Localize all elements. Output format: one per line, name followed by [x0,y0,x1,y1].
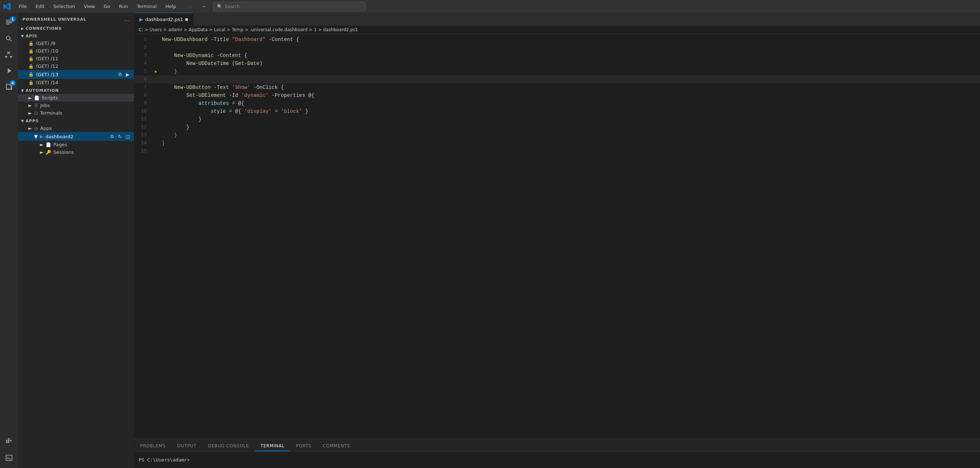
syntax-token: { [296,36,299,43]
vscode-logo [3,3,11,11]
run-button[interactable]: ▶ [124,71,131,78]
terminal-content[interactable]: PS C:\Users\adamr> [134,452,980,468]
lock-icon: 🔒 [28,80,34,85]
api-item-10[interactable]: 🔒 (GET) /10 [18,47,134,55]
nav-buttons: ← → [186,2,209,12]
apis-chevron: ▼ [21,34,24,38]
reload-button[interactable]: ↻ [116,133,123,140]
automation-header[interactable]: ▼ AUTOMATION [18,87,134,94]
main-area: 1 4 POWERSHELL UNIVERSAL ... [0,13,980,468]
chevron-right-icon: ► [28,110,32,116]
tab-output[interactable]: OUTPUT [171,441,202,451]
code-content: New-UDDynamic -Content { [159,52,980,59]
scripts-item[interactable]: ► 📄 Scripts [18,94,134,102]
terminal-small-icon: ⊡ [34,111,38,116]
activity-extensions[interactable]: 4 [2,79,16,94]
api-label: (GET) /12 [36,63,58,69]
syntax-token: = [229,100,238,106]
line-number: 6 [134,75,153,83]
tab-debug-console[interactable]: DEBUG CONSOLE [202,441,255,451]
tab-terminal[interactable]: TERMINAL [255,441,290,451]
lock-icon: 🔒 [28,72,34,77]
menu-file[interactable]: File [15,2,30,11]
api-item-14[interactable]: 🔒 (GET) /14 [18,79,134,86]
menu-run[interactable]: Run [115,2,132,11]
scripts-label: Scripts [42,95,58,100]
apps-apps-item[interactable]: ► ◎ Apps [18,124,134,132]
api-item-11[interactable]: 🔒 (GET) /11 [18,55,134,62]
menu-go[interactable]: Go [100,2,114,11]
tab-ports[interactable]: PORTS [290,441,317,451]
sidebar: POWERSHELL UNIVERSAL ... ▶ CONNECTIONS ▼… [18,13,134,468]
tab-comments[interactable]: COMMENTS [317,441,356,451]
code-line: 15 [134,147,980,155]
activity-terminal-bottom[interactable] [2,451,16,465]
code-line: 10 style = @{ 'display' = 'block' } [134,107,980,115]
activity-search[interactable] [2,32,16,46]
activity-explorer[interactable]: 1 [2,16,16,30]
line-number: 15 [134,147,153,155]
syntax-token: { [244,52,247,59]
chevron-right-icon: ► [28,125,32,131]
syntax-token: Set-UDElement [162,92,226,98]
chevron-right-icon: ► [40,149,43,155]
syntax-token: "Dashboard" [232,36,265,43]
syntax-token: } [162,68,177,75]
breakpoint-icon: ★ [154,67,157,75]
code-line: 7 New-UDButton -Text 'Show' -OnClick { [134,83,980,91]
syntax-token: -Title [208,36,232,43]
line-gutter: ★ [153,67,159,75]
jobs-item[interactable]: ► ☰ Jobs [18,102,134,109]
syntax-token: attributes [162,100,229,106]
sessions-item[interactable]: ► 🔑 Sessions [18,148,134,156]
copy-dashboard-button[interactable]: ⧉ [108,133,115,140]
dashboard2-item[interactable]: ▼ ▶ dashboard2 ⧉ ↻ ◫ [18,132,134,141]
search-bar[interactable]: 🔍 Search [213,2,366,11]
connections-header[interactable]: ▶ CONNECTIONS [18,25,134,32]
sessions-label: Sessions [53,149,74,155]
line-number: 13 [134,131,153,139]
tab-problems[interactable]: PROBLEMS [134,441,171,451]
tab-dashboard2[interactable]: ▶ dashboard2.ps1 [134,13,194,26]
forward-button[interactable]: → [199,2,209,12]
code-line: 13 } [134,131,980,139]
code-content: } [159,139,980,147]
activity-source-control[interactable] [2,48,16,62]
syntax-token: New-UDDateTime [162,60,229,67]
syntax-token: Get-Date [235,60,259,67]
menu-edit[interactable]: Edit [32,2,48,11]
terminals-label: Terminals [40,110,62,116]
menu-selection[interactable]: Selection [50,2,79,11]
menu-view[interactable]: View [80,2,99,11]
line-number: 11 [134,115,153,123]
code-content: New-UDDashboard -Title "Dashboard" -Cont… [159,36,980,44]
api-item-9[interactable]: 🔒 (GET) /9 [18,40,134,47]
layout-button[interactable]: ◫ [124,133,131,140]
activity-docker[interactable] [2,435,16,449]
code-line: 6 [134,75,980,83]
dashboard-actions: ⧉ ↻ ◫ [108,133,131,140]
copy-button[interactable]: ⧉ [116,71,123,78]
api-item-12[interactable]: 🔒 (GET) /12 [18,62,134,70]
terminals-item[interactable]: ► ⊡ Terminals [18,109,134,117]
code-editor[interactable]: 1New-UDDashboard -Title "Dashboard" -Con… [134,34,980,439]
sidebar-more-button[interactable]: ... [124,16,130,22]
api-label: (GET) /13 [36,72,58,77]
apps-section: ▼ APPS ► ◎ Apps ▼ ▶ dashboard2 ⧉ ↻ ◫ ► [18,117,134,156]
code-line: 14} [134,139,980,147]
code-line: 2 [134,44,980,52]
apps-header[interactable]: ▼ APPS [18,117,134,124]
syntax-token: } [162,140,165,146]
api-item-13[interactable]: 🔒 (GET) /13 ⧉ ▶ [18,70,134,79]
file-icon: 📄 [34,95,40,100]
chevron-right-icon: ► [28,103,32,108]
pages-item[interactable]: ► 📄 Pages [18,141,134,148]
menu-help[interactable]: Help [162,2,180,11]
menu-terminal[interactable]: Terminal [133,2,161,11]
line-number: 4 [134,59,153,67]
apis-header[interactable]: ▼ APIS [18,33,134,40]
sidebar-title: POWERSHELL UNIVERSAL [22,17,86,22]
back-button[interactable]: ← [186,2,196,12]
activity-run-debug[interactable] [2,63,16,78]
api-label: (GET) /9 [36,41,55,46]
